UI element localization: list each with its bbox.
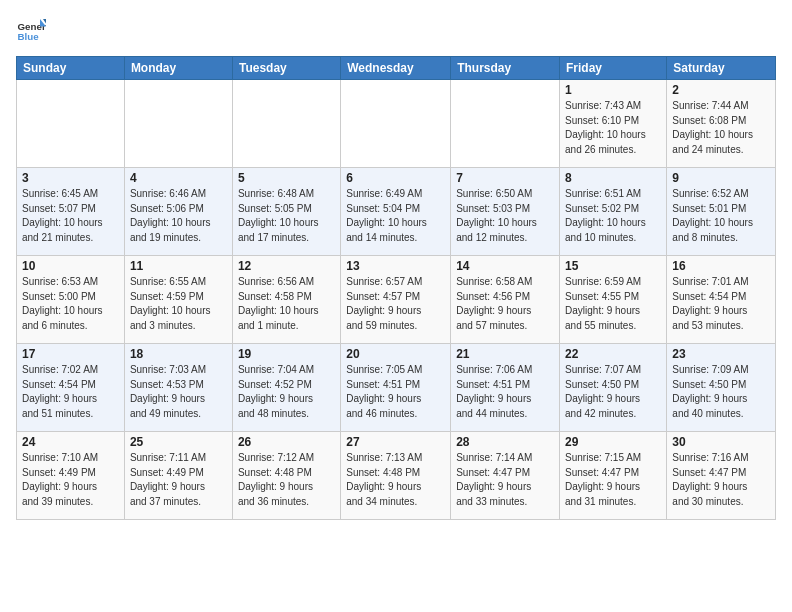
calendar-table: SundayMondayTuesdayWednesdayThursdayFrid… — [16, 56, 776, 520]
day-detail: Sunrise: 6:51 AM Sunset: 5:02 PM Dayligh… — [565, 187, 661, 245]
weekday-header-saturday: Saturday — [667, 57, 776, 80]
calendar-cell: 5Sunrise: 6:48 AM Sunset: 5:05 PM Daylig… — [232, 168, 340, 256]
calendar-cell: 20Sunrise: 7:05 AM Sunset: 4:51 PM Dayli… — [341, 344, 451, 432]
day-number: 6 — [346, 171, 445, 185]
calendar-cell: 27Sunrise: 7:13 AM Sunset: 4:48 PM Dayli… — [341, 432, 451, 520]
day-detail: Sunrise: 7:09 AM Sunset: 4:50 PM Dayligh… — [672, 363, 770, 421]
day-detail: Sunrise: 7:43 AM Sunset: 6:10 PM Dayligh… — [565, 99, 661, 157]
calendar-cell: 18Sunrise: 7:03 AM Sunset: 4:53 PM Dayli… — [124, 344, 232, 432]
day-detail: Sunrise: 6:55 AM Sunset: 4:59 PM Dayligh… — [130, 275, 227, 333]
day-number: 29 — [565, 435, 661, 449]
day-number: 21 — [456, 347, 554, 361]
day-detail: Sunrise: 7:11 AM Sunset: 4:49 PM Dayligh… — [130, 451, 227, 509]
calendar-cell: 8Sunrise: 6:51 AM Sunset: 5:02 PM Daylig… — [560, 168, 667, 256]
day-number: 28 — [456, 435, 554, 449]
weekday-header-tuesday: Tuesday — [232, 57, 340, 80]
calendar-week-1: 3Sunrise: 6:45 AM Sunset: 5:07 PM Daylig… — [17, 168, 776, 256]
weekday-header-friday: Friday — [560, 57, 667, 80]
weekday-row: SundayMondayTuesdayWednesdayThursdayFrid… — [17, 57, 776, 80]
day-number: 19 — [238, 347, 335, 361]
day-number: 1 — [565, 83, 661, 97]
day-number: 30 — [672, 435, 770, 449]
day-number: 2 — [672, 83, 770, 97]
day-number: 15 — [565, 259, 661, 273]
calendar-cell — [341, 80, 451, 168]
calendar-cell: 23Sunrise: 7:09 AM Sunset: 4:50 PM Dayli… — [667, 344, 776, 432]
calendar-cell: 24Sunrise: 7:10 AM Sunset: 4:49 PM Dayli… — [17, 432, 125, 520]
day-detail: Sunrise: 6:46 AM Sunset: 5:06 PM Dayligh… — [130, 187, 227, 245]
day-number: 16 — [672, 259, 770, 273]
day-detail: Sunrise: 7:14 AM Sunset: 4:47 PM Dayligh… — [456, 451, 554, 509]
day-detail: Sunrise: 7:13 AM Sunset: 4:48 PM Dayligh… — [346, 451, 445, 509]
calendar-cell: 30Sunrise: 7:16 AM Sunset: 4:47 PM Dayli… — [667, 432, 776, 520]
day-detail: Sunrise: 7:04 AM Sunset: 4:52 PM Dayligh… — [238, 363, 335, 421]
day-number: 3 — [22, 171, 119, 185]
day-detail: Sunrise: 6:50 AM Sunset: 5:03 PM Dayligh… — [456, 187, 554, 245]
day-number: 18 — [130, 347, 227, 361]
day-detail: Sunrise: 6:45 AM Sunset: 5:07 PM Dayligh… — [22, 187, 119, 245]
day-detail: Sunrise: 7:16 AM Sunset: 4:47 PM Dayligh… — [672, 451, 770, 509]
day-detail: Sunrise: 6:48 AM Sunset: 5:05 PM Dayligh… — [238, 187, 335, 245]
day-number: 22 — [565, 347, 661, 361]
day-number: 10 — [22, 259, 119, 273]
day-detail: Sunrise: 7:12 AM Sunset: 4:48 PM Dayligh… — [238, 451, 335, 509]
day-detail: Sunrise: 6:53 AM Sunset: 5:00 PM Dayligh… — [22, 275, 119, 333]
day-detail: Sunrise: 6:59 AM Sunset: 4:55 PM Dayligh… — [565, 275, 661, 333]
calendar-cell — [124, 80, 232, 168]
weekday-header-sunday: Sunday — [17, 57, 125, 80]
calendar-cell: 17Sunrise: 7:02 AM Sunset: 4:54 PM Dayli… — [17, 344, 125, 432]
calendar-cell: 13Sunrise: 6:57 AM Sunset: 4:57 PM Dayli… — [341, 256, 451, 344]
day-detail: Sunrise: 6:49 AM Sunset: 5:04 PM Dayligh… — [346, 187, 445, 245]
calendar-cell: 19Sunrise: 7:04 AM Sunset: 4:52 PM Dayli… — [232, 344, 340, 432]
calendar-cell: 26Sunrise: 7:12 AM Sunset: 4:48 PM Dayli… — [232, 432, 340, 520]
calendar-week-0: 1Sunrise: 7:43 AM Sunset: 6:10 PM Daylig… — [17, 80, 776, 168]
calendar-cell: 2Sunrise: 7:44 AM Sunset: 6:08 PM Daylig… — [667, 80, 776, 168]
day-number: 5 — [238, 171, 335, 185]
day-number: 12 — [238, 259, 335, 273]
day-detail: Sunrise: 7:44 AM Sunset: 6:08 PM Dayligh… — [672, 99, 770, 157]
weekday-header-thursday: Thursday — [451, 57, 560, 80]
calendar-cell: 28Sunrise: 7:14 AM Sunset: 4:47 PM Dayli… — [451, 432, 560, 520]
day-detail: Sunrise: 7:15 AM Sunset: 4:47 PM Dayligh… — [565, 451, 661, 509]
day-number: 7 — [456, 171, 554, 185]
calendar-cell: 6Sunrise: 6:49 AM Sunset: 5:04 PM Daylig… — [341, 168, 451, 256]
day-number: 27 — [346, 435, 445, 449]
calendar-cell: 3Sunrise: 6:45 AM Sunset: 5:07 PM Daylig… — [17, 168, 125, 256]
day-detail: Sunrise: 6:52 AM Sunset: 5:01 PM Dayligh… — [672, 187, 770, 245]
calendar-week-4: 24Sunrise: 7:10 AM Sunset: 4:49 PM Dayli… — [17, 432, 776, 520]
calendar-cell — [451, 80, 560, 168]
calendar-cell: 7Sunrise: 6:50 AM Sunset: 5:03 PM Daylig… — [451, 168, 560, 256]
day-number: 20 — [346, 347, 445, 361]
calendar-cell: 21Sunrise: 7:06 AM Sunset: 4:51 PM Dayli… — [451, 344, 560, 432]
day-detail: Sunrise: 6:58 AM Sunset: 4:56 PM Dayligh… — [456, 275, 554, 333]
logo: General Blue — [16, 16, 46, 46]
calendar-cell — [17, 80, 125, 168]
day-detail: Sunrise: 6:57 AM Sunset: 4:57 PM Dayligh… — [346, 275, 445, 333]
day-number: 17 — [22, 347, 119, 361]
calendar-cell: 1Sunrise: 7:43 AM Sunset: 6:10 PM Daylig… — [560, 80, 667, 168]
calendar-cell: 22Sunrise: 7:07 AM Sunset: 4:50 PM Dayli… — [560, 344, 667, 432]
day-number: 25 — [130, 435, 227, 449]
day-detail: Sunrise: 7:07 AM Sunset: 4:50 PM Dayligh… — [565, 363, 661, 421]
calendar-cell: 16Sunrise: 7:01 AM Sunset: 4:54 PM Dayli… — [667, 256, 776, 344]
day-number: 14 — [456, 259, 554, 273]
day-detail: Sunrise: 7:05 AM Sunset: 4:51 PM Dayligh… — [346, 363, 445, 421]
calendar-cell: 12Sunrise: 6:56 AM Sunset: 4:58 PM Dayli… — [232, 256, 340, 344]
day-number: 4 — [130, 171, 227, 185]
calendar-cell: 25Sunrise: 7:11 AM Sunset: 4:49 PM Dayli… — [124, 432, 232, 520]
day-detail: Sunrise: 6:56 AM Sunset: 4:58 PM Dayligh… — [238, 275, 335, 333]
day-number: 13 — [346, 259, 445, 273]
calendar-cell: 11Sunrise: 6:55 AM Sunset: 4:59 PM Dayli… — [124, 256, 232, 344]
day-detail: Sunrise: 7:10 AM Sunset: 4:49 PM Dayligh… — [22, 451, 119, 509]
day-detail: Sunrise: 7:03 AM Sunset: 4:53 PM Dayligh… — [130, 363, 227, 421]
calendar-body: 1Sunrise: 7:43 AM Sunset: 6:10 PM Daylig… — [17, 80, 776, 520]
calendar-cell: 9Sunrise: 6:52 AM Sunset: 5:01 PM Daylig… — [667, 168, 776, 256]
calendar-week-3: 17Sunrise: 7:02 AM Sunset: 4:54 PM Dayli… — [17, 344, 776, 432]
svg-text:Blue: Blue — [18, 31, 40, 42]
calendar-cell: 4Sunrise: 6:46 AM Sunset: 5:06 PM Daylig… — [124, 168, 232, 256]
day-number: 26 — [238, 435, 335, 449]
page: General Blue SundayMondayTuesdayWednesda… — [0, 0, 792, 528]
day-number: 9 — [672, 171, 770, 185]
general-blue-icon: General Blue — [16, 16, 46, 46]
day-number: 23 — [672, 347, 770, 361]
